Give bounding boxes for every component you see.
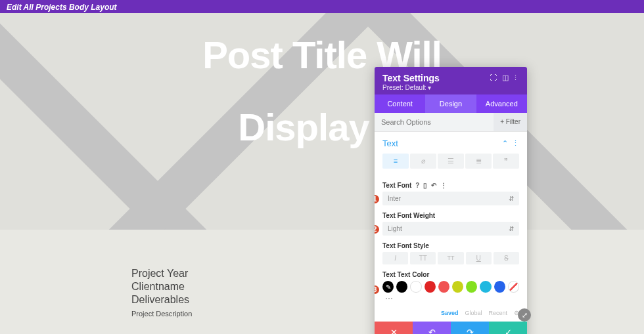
section-header[interactable]: Text ⌃ ⋮ bbox=[382, 138, 519, 148]
redo-button[interactable]: ↷ bbox=[451, 322, 489, 334]
text-type-row: ≡ ⌀ ☰ ≣ ❞ bbox=[382, 154, 519, 169]
hero-section: Post Title Will Display H bbox=[0, 13, 644, 230]
tab-design[interactable]: Design bbox=[425, 94, 476, 113]
save-button[interactable]: ✓ bbox=[489, 322, 527, 334]
top-bar: Edit All Projects Body Layout bbox=[0, 0, 644, 13]
annotation-1: 1 bbox=[375, 194, 380, 205]
colortab-global[interactable]: Global bbox=[465, 310, 482, 316]
color-swatches: ✎ bbox=[382, 281, 519, 293]
chevron-updown-icon: ⇵ bbox=[509, 225, 514, 232]
search-row: + Filter bbox=[375, 113, 527, 132]
chevron-updown-icon: ⇵ bbox=[509, 195, 514, 202]
swatch-cyan[interactable] bbox=[480, 281, 491, 293]
section-controls[interactable]: ⌃ ⋮ bbox=[502, 139, 519, 148]
swatch-black[interactable] bbox=[396, 281, 407, 293]
weight-label: Text Font Weight bbox=[382, 212, 519, 219]
canvas: Post Title Will Display H Project Year C… bbox=[0, 13, 644, 334]
more-icon[interactable]: ⋮ bbox=[440, 182, 447, 189]
help-icon[interactable]: ? bbox=[415, 182, 419, 189]
panel-tabs: Content Design Advanced bbox=[375, 94, 527, 113]
color-tabs: Saved Global Recent ⚙ bbox=[375, 310, 527, 322]
font-field: 1 Text Font ? ▯ ↶ ⋮ Inter⇵ bbox=[375, 182, 527, 212]
close-button[interactable]: ✕ bbox=[375, 322, 413, 334]
font-label: Text Font ? ▯ ↶ ⋮ bbox=[382, 182, 519, 189]
annotation-2: 2 bbox=[375, 224, 380, 235]
expand-icon[interactable]: ⛶ bbox=[490, 73, 497, 81]
style-buttons: I TT TT U S bbox=[382, 252, 519, 264]
list-ol-icon[interactable]: ≣ bbox=[465, 154, 492, 169]
preset-selector[interactable]: Preset: Default ▾ bbox=[382, 84, 519, 91]
filter-button[interactable]: + Filter bbox=[494, 113, 527, 131]
swatch-none[interactable] bbox=[508, 281, 519, 293]
font-select[interactable]: Inter⇵ bbox=[382, 192, 519, 205]
section-name: Text bbox=[382, 138, 398, 148]
swatch-blue[interactable] bbox=[494, 281, 505, 293]
project-year: Project Year bbox=[131, 268, 192, 280]
style-field: Text Font Style I TT TT U S bbox=[375, 242, 527, 271]
deliverables: Deliverables bbox=[131, 294, 192, 306]
style-label: Text Font Style bbox=[382, 242, 519, 249]
eyedropper-icon[interactable]: ✎ bbox=[382, 281, 394, 293]
strike-button[interactable]: S bbox=[494, 252, 519, 264]
swatch-green[interactable] bbox=[466, 281, 477, 293]
swatch-yellow[interactable] bbox=[452, 281, 463, 293]
smallcaps-button[interactable]: TT bbox=[438, 252, 463, 264]
more-colors[interactable]: ⋯ bbox=[382, 294, 519, 303]
undo-button[interactable]: ↶ bbox=[413, 322, 451, 334]
project-description: Project Description bbox=[131, 310, 192, 318]
client-name: Clientname bbox=[131, 281, 192, 293]
swatch-orange[interactable] bbox=[438, 281, 449, 293]
post-title-line2: Display H bbox=[0, 105, 644, 149]
resize-handle-icon[interactable]: ⤢ bbox=[518, 308, 531, 322]
panel-header: Text Settings Preset: Default ▾ ⛶ ◫ ⋮ bbox=[375, 67, 527, 94]
post-title-line1: Post Title Will bbox=[0, 33, 644, 77]
annotation-3: 3 bbox=[375, 284, 380, 295]
colortab-saved[interactable]: Saved bbox=[441, 310, 459, 316]
colortab-recent[interactable]: Recent bbox=[488, 310, 507, 316]
color-label: Text Text Color bbox=[382, 271, 519, 278]
color-field: 3 Text Text Color ✎ ⋯ bbox=[375, 271, 527, 310]
top-bar-title: Edit All Projects Body Layout bbox=[7, 3, 117, 12]
underline-button[interactable]: U bbox=[466, 252, 492, 264]
list-ul-icon[interactable]: ☰ bbox=[438, 154, 464, 169]
quote-icon[interactable]: ❞ bbox=[493, 154, 519, 169]
device-icon[interactable]: ▯ bbox=[423, 182, 427, 189]
more-icon[interactable]: ⋮ bbox=[512, 73, 519, 82]
project-details: Project Year Clientname Deliverables Pro… bbox=[131, 268, 192, 318]
italic-button[interactable]: I bbox=[382, 252, 408, 264]
text-section: Text ⌃ ⋮ ≡ ⌀ ☰ ≣ ❞ bbox=[375, 132, 527, 182]
align-left-icon[interactable]: ≡ bbox=[382, 154, 409, 169]
weight-select[interactable]: Light⇵ bbox=[382, 222, 519, 236]
panel-title: Text Settings bbox=[382, 73, 519, 83]
uppercase-button[interactable]: TT bbox=[410, 252, 436, 264]
columns-icon[interactable]: ◫ bbox=[502, 73, 509, 82]
tab-advanced[interactable]: Advanced bbox=[476, 94, 527, 113]
reset-icon[interactable]: ↶ bbox=[431, 182, 436, 189]
link-icon[interactable]: ⌀ bbox=[410, 154, 436, 169]
weight-field: 2 Text Font Weight Light⇵ bbox=[375, 212, 527, 242]
text-settings-panel: Text Settings Preset: Default ▾ ⛶ ◫ ⋮ Co… bbox=[375, 67, 527, 334]
search-input[interactable] bbox=[375, 113, 494, 131]
swatch-red[interactable] bbox=[425, 281, 436, 293]
tab-content[interactable]: Content bbox=[375, 94, 425, 113]
panel-footer: ✕ ↶ ↷ ✓ bbox=[375, 322, 527, 334]
swatch-white[interactable] bbox=[410, 281, 421, 293]
